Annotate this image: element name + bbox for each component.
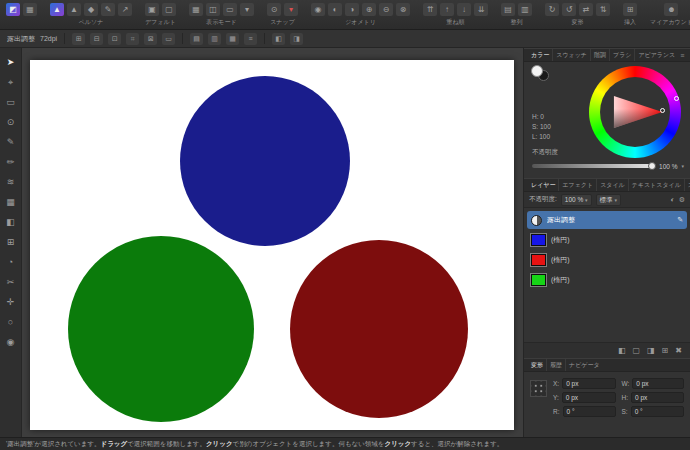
zoom-tool-icon[interactable]: ○ (3, 315, 19, 330)
context-icon-b4[interactable]: ≡ (244, 33, 257, 45)
geometry-intersect-icon[interactable]: ◑ (345, 3, 359, 16)
persona-icon-5[interactable]: ↗ (118, 3, 132, 16)
layers-opacity-dropdown[interactable]: 100 % ▾ (561, 194, 592, 206)
brush-tool-icon[interactable]: ≋ (3, 175, 19, 190)
opacity-slider[interactable] (532, 164, 655, 168)
move-tool-icon[interactable]: ➤ (3, 55, 19, 70)
canvas-area[interactable] (22, 48, 523, 437)
green-ellipse[interactable] (68, 236, 254, 422)
context-icon-a5[interactable]: ⊠ (144, 33, 157, 45)
opacity-value[interactable]: 100 % (659, 163, 677, 170)
my-account-icon[interactable]: ☻ (664, 3, 678, 16)
tab-transform[interactable]: 変形 (528, 359, 546, 372)
view-mode-icon-1[interactable]: ▦ (189, 3, 203, 16)
context-icon-c1[interactable]: ◧ (272, 33, 285, 45)
tab-brushes[interactable]: ブラシ (609, 49, 634, 62)
layer-row-red-ellipse[interactable]: (楕円) (527, 251, 687, 269)
rotate-cw-icon[interactable]: ↻ (545, 3, 559, 16)
red-ellipse[interactable] (290, 240, 468, 418)
align-horizontal-icon[interactable]: ▤ (501, 3, 515, 16)
color-triangle[interactable] (604, 81, 666, 143)
send-backward-icon[interactable]: ↓ (457, 3, 471, 16)
tab-gradation[interactable]: 階調 (590, 49, 609, 62)
blue-ellipse[interactable] (180, 76, 350, 246)
panel-menu-icon[interactable]: ≡ (678, 52, 686, 59)
bring-to-front-icon[interactable]: ⇈ (423, 3, 437, 16)
delete-layer-icon[interactable]: ✖ (675, 346, 682, 355)
flip-vertical-icon[interactable]: ⇅ (596, 3, 610, 16)
designer-persona-icon[interactable]: ▲ (50, 3, 64, 16)
geometry-combine-icon[interactable]: ⊗ (396, 3, 410, 16)
adjustment-icon[interactable]: ◐ (670, 196, 674, 203)
geometry-add-icon[interactable]: ◉ (311, 3, 325, 16)
context-icon-b2[interactable]: ▥ (208, 33, 221, 45)
context-icon-a4[interactable]: ⌗ (126, 33, 139, 45)
geometry-xor-icon[interactable]: ⊕ (362, 3, 376, 16)
context-icon-b1[interactable]: ▤ (190, 33, 203, 45)
tab-text-styles[interactable]: テキストスタイル (628, 179, 684, 192)
edit-pencil-icon[interactable]: ✎ (677, 216, 683, 224)
rotate-ccw-icon[interactable]: ↺ (562, 3, 576, 16)
chevron-down-icon[interactable]: ▾ (681, 163, 684, 169)
context-icon-a3[interactable]: ⊡ (108, 33, 121, 45)
bring-forward-icon[interactable]: ↑ (440, 3, 454, 16)
layer-row-blue-ellipse[interactable]: (楕円) (527, 231, 687, 249)
gear-icon[interactable]: ⚙ (679, 196, 685, 204)
context-icon-c2[interactable]: ◨ (290, 33, 303, 45)
tab-history[interactable]: 履歴 (546, 359, 565, 372)
x-input[interactable]: 0 px (562, 378, 615, 389)
hand-tool-icon[interactable]: ◉ (3, 335, 19, 350)
opacity-slider-knob[interactable] (648, 162, 656, 170)
h-input[interactable]: 0 px (631, 392, 684, 403)
context-icon-a6[interactable]: ▭ (162, 33, 175, 45)
insert-icon[interactable]: ⊞ (623, 3, 637, 16)
crop-tool-icon[interactable]: ✂ (3, 275, 19, 290)
y-input[interactable]: 0 px (562, 392, 616, 403)
tab-appearance[interactable]: アピアランス (634, 49, 678, 62)
tab-swatches[interactable]: スウォッチ (552, 49, 590, 62)
context-icon-a2[interactable]: ⊟ (90, 33, 103, 45)
export-persona-icon[interactable]: ◆ (84, 3, 98, 16)
node-tool-icon[interactable]: ⌖ (3, 75, 19, 90)
tab-effects[interactable]: エフェクト (558, 179, 596, 192)
tab-styles[interactable]: スタイル (596, 179, 628, 192)
shape-tool-icon[interactable]: ⊞ (3, 235, 19, 250)
default-style-icon[interactable]: ▣ (145, 3, 159, 16)
blend-mode-dropdown[interactable]: 標準 ▾ (596, 194, 621, 206)
layer-row-exposure-adjustment[interactable]: 露出調整 ✎ (527, 211, 687, 229)
send-to-back-icon[interactable]: ⇊ (474, 3, 488, 16)
corner-tool-icon[interactable]: ◔ (3, 255, 19, 270)
ellipse-tool-icon[interactable]: ⊙ (3, 115, 19, 130)
anchor-point-widget[interactable] (530, 380, 547, 397)
artboard[interactable] (30, 60, 514, 430)
context-icon-b3[interactable]: ▦ (226, 33, 239, 45)
snap-caret-icon[interactable]: ▾ (284, 3, 298, 16)
w-input[interactable]: 0 px (632, 378, 684, 389)
tab-color[interactable]: カラー (528, 49, 552, 62)
mask-icon[interactable]: ◧ (618, 346, 626, 355)
flip-horizontal-icon[interactable]: ⇄ (579, 3, 593, 16)
view-mode-icon-3[interactable]: ▭ (223, 3, 237, 16)
view-mode-caret-icon[interactable]: ▾ (240, 3, 254, 16)
group-layers-icon[interactable]: ◨ (647, 346, 655, 355)
triangle-selector-dot[interactable] (660, 108, 665, 113)
persona-icon-4[interactable]: ✎ (101, 3, 115, 16)
pencil-tool-icon[interactable]: ✏ (3, 155, 19, 170)
fill-swatch[interactable] (531, 65, 543, 77)
grid-icon[interactable]: ▦ (23, 3, 37, 16)
view-mode-icon-2[interactable]: ◫ (206, 3, 220, 16)
tab-navigator[interactable]: ナビゲータ (565, 359, 603, 372)
snap-icon[interactable]: ⊙ (267, 3, 281, 16)
gradient-tool-icon[interactable]: ◧ (3, 215, 19, 230)
new-layer-icon[interactable]: ▢ (632, 346, 640, 355)
app-icon[interactable]: ◩ (6, 3, 20, 16)
rectangle-tool-icon[interactable]: ▭ (3, 95, 19, 110)
context-icon-a1[interactable]: ⊞ (72, 33, 85, 45)
fill-tool-icon[interactable]: ▦ (3, 195, 19, 210)
pen-tool-icon[interactable]: ✎ (3, 135, 19, 150)
geometry-divide-icon[interactable]: ⊖ (379, 3, 393, 16)
tab-stock[interactable]: ストック (684, 179, 690, 192)
tab-layers[interactable]: レイヤー (528, 179, 558, 192)
color-picker-tool-icon[interactable]: ✛ (3, 295, 19, 310)
layer-row-green-ellipse[interactable]: (楕円) (527, 271, 687, 289)
